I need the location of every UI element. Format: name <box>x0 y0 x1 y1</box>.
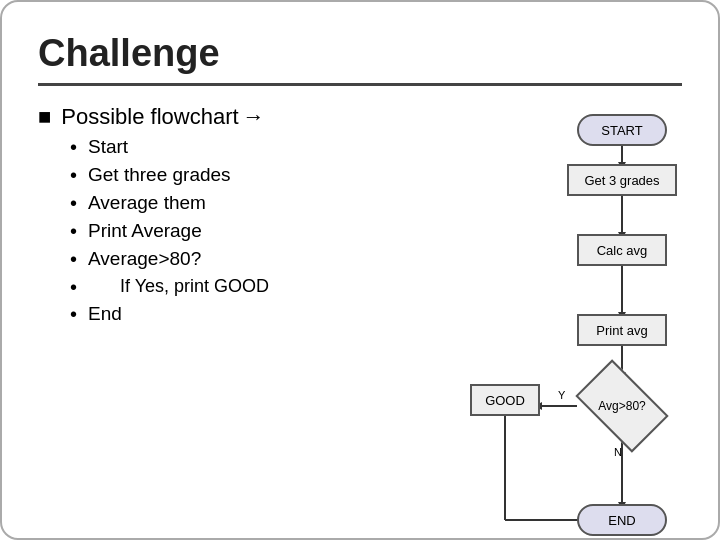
fc-end: END <box>577 504 667 536</box>
page-title: Challenge <box>38 32 682 75</box>
list-item-ifyes: If Yes, print GOOD <box>70 276 402 297</box>
fc-get3: Get 3 grades <box>567 164 677 196</box>
fc-good: GOOD <box>470 384 540 416</box>
fc-print: Print avg <box>577 314 667 346</box>
possible-flowchart-label: Possible flowchart <box>61 104 238 130</box>
divider <box>38 83 682 86</box>
fc-calc: Calc avg <box>577 234 667 266</box>
list-item-start: Start <box>70 136 402 158</box>
list-item-average: Average them <box>70 192 402 214</box>
slide: Challenge ■ Possible flowchart → Start G… <box>0 0 720 540</box>
fc-start: START <box>577 114 667 146</box>
list-item-end: End <box>70 303 402 325</box>
list-item-get3: Get three grades <box>70 164 402 186</box>
content-area: ■ Possible flowchart → Start Get three g… <box>38 104 682 514</box>
bullet-square: ■ <box>38 104 51 130</box>
fc-diamond-label: Avg>80? <box>572 374 672 438</box>
list-item-avg80: Average>80? <box>70 248 402 270</box>
main-bullet: ■ Possible flowchart → <box>38 104 402 130</box>
left-panel: ■ Possible flowchart → Start Get three g… <box>38 104 422 514</box>
label-n: N <box>614 446 622 458</box>
bullet-list: Start Get three grades Average them Prin… <box>38 136 402 325</box>
label-y: Y <box>558 389 565 401</box>
arrow-icon: → <box>243 104 265 130</box>
list-item-print: Print Average <box>70 220 402 242</box>
fc-diamond-wrapper: Avg>80? <box>572 374 672 438</box>
right-panel: START Get 3 grades Calc avg Print avg Av… <box>422 104 682 514</box>
